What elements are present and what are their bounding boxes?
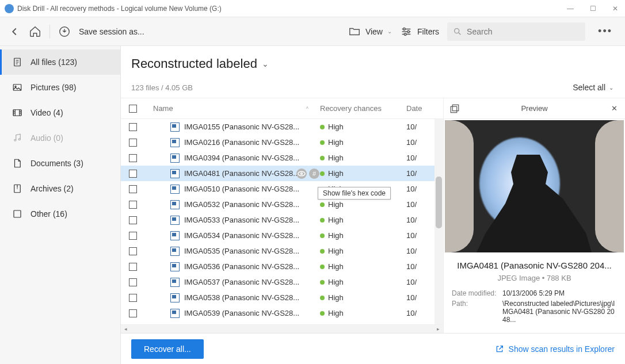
status-dot-icon <box>320 156 325 160</box>
scroll-right-icon[interactable]: ▸ <box>437 326 440 332</box>
date-cell: 10/ <box>406 247 435 255</box>
row-checkbox[interactable] <box>129 154 137 162</box>
scrollbar-thumb[interactable] <box>436 177 442 228</box>
header-checkbox[interactable] <box>129 105 137 113</box>
file-name: IMGA0510 (Panasonic NV-GS28... <box>184 185 299 193</box>
preview-metadata: IMGA0481 (Panasonic NV-GS280 204... JPEG… <box>444 254 625 333</box>
date-cell: 10/ <box>406 185 435 193</box>
date-cell: 10/ <box>406 293 435 302</box>
table-row[interactable]: IMGA0538 (Panasonic NV-GS28...High10/ <box>121 290 443 305</box>
home-button[interactable] <box>29 25 41 38</box>
svg-point-13 <box>298 171 305 176</box>
row-checkbox[interactable] <box>129 278 137 286</box>
column-header-name[interactable]: Name ^ <box>148 104 320 113</box>
row-checkbox[interactable] <box>129 309 137 317</box>
file-list: Name ^ Recovery chances Date IMGA0155 (P… <box>121 98 443 333</box>
status-dot-icon <box>320 311 325 316</box>
file-name: IMGA0534 (Panasonic NV-GS28... <box>184 231 299 240</box>
row-checkbox[interactable] <box>129 170 137 178</box>
close-preview-button[interactable]: ✕ <box>609 104 619 114</box>
show-in-explorer-link[interactable]: Show scan results in Explorer <box>495 344 615 354</box>
close-button[interactable]: ✕ <box>610 5 620 13</box>
file-icon <box>170 262 180 271</box>
file-name: IMGA0533 (Panasonic NV-GS28... <box>184 216 299 224</box>
sidebar-item-pictures[interactable]: Pictures (98) <box>0 75 120 100</box>
recovery-cell: High <box>320 138 406 147</box>
hex-icon[interactable]: # <box>309 168 319 179</box>
table-row[interactable]: IMGA0155 (Panasonic NV-GS28...High10/ <box>121 119 443 135</box>
chevron-down-icon: ⌄ <box>609 85 613 91</box>
date-cell: 10/ <box>406 138 435 147</box>
table-row[interactable]: IMGA0539 (Panasonic NV-GS28...High10/ <box>121 305 443 321</box>
sidebar-item-archives[interactable]: Archives (2) <box>0 176 120 201</box>
popout-icon[interactable] <box>449 104 460 114</box>
table-row[interactable]: IMGA0533 (Panasonic NV-GS28...High10/ <box>121 212 443 228</box>
save-session-icon[interactable] <box>58 25 71 38</box>
recover-all-button[interactable]: Recover all... <box>131 339 204 359</box>
file-icon <box>170 122 180 132</box>
row-checkbox[interactable] <box>129 185 137 193</box>
filters-button[interactable]: Filters <box>400 25 439 38</box>
file-icon <box>170 169 180 178</box>
preview-date-label: Date modified: <box>452 289 502 297</box>
sidebar-item-label: Pictures (98) <box>31 83 76 92</box>
recovery-cell: High <box>320 122 406 131</box>
table-row[interactable]: IMGA0535 (Panasonic NV-GS28...High10/ <box>121 243 443 259</box>
file-icon <box>170 216 180 225</box>
table-row[interactable]: IMGA0394 (Panasonic NV-GS28...High10/ <box>121 150 443 166</box>
svg-point-9 <box>14 139 16 141</box>
recovery-cell: High <box>320 231 406 240</box>
column-header-date[interactable]: Date <box>406 104 435 113</box>
date-cell: 10/ <box>406 231 435 240</box>
file-icon <box>170 231 180 240</box>
select-all-button[interactable]: Select all ⌄ <box>573 83 613 92</box>
save-session-button[interactable]: Save session as... <box>79 27 144 36</box>
table-row[interactable]: IMGA0510 (Panasonic NV-GS28...High10/ <box>121 181 443 197</box>
sidebar-item-label: All files (123) <box>31 58 77 67</box>
sidebar-item-all-files[interactable]: All files (123) <box>0 49 120 75</box>
column-header-recovery[interactable]: Recovery chances <box>320 104 406 113</box>
scroll-left-icon[interactable]: ◂ <box>124 326 127 332</box>
footer: Recover all... Show scan results in Expl… <box>121 333 625 364</box>
row-checkbox[interactable] <box>129 139 137 147</box>
folder-icon <box>348 25 361 38</box>
maximize-button[interactable]: ☐ <box>588 5 599 13</box>
view-dropdown[interactable]: View ⌄ <box>348 25 392 38</box>
more-button[interactable]: ••• <box>593 25 617 37</box>
table-row[interactable]: IMGA0532 (Panasonic NV-GS28...High10/ <box>121 197 443 212</box>
back-button[interactable] <box>8 25 21 38</box>
file-name: IMGA0216 (Panasonic NV-GS28... <box>184 138 299 147</box>
table-row[interactable]: IMGA0534 (Panasonic NV-GS28...High10/ <box>121 228 443 243</box>
table-row[interactable]: IMGA0481 (Panasonic NV-GS28...High10/# <box>121 166 443 181</box>
other-icon <box>12 209 22 219</box>
minimize-button[interactable]: — <box>565 5 576 13</box>
row-checkbox[interactable] <box>129 294 137 302</box>
recovery-cell: High <box>320 262 406 271</box>
search-box[interactable] <box>447 22 585 41</box>
preview-eye-icon[interactable] <box>296 168 307 179</box>
row-checkbox[interactable] <box>129 216 137 224</box>
vertical-scrollbar[interactable] <box>435 119 443 324</box>
row-checkbox[interactable] <box>129 232 137 240</box>
recovery-cell: High <box>320 278 406 286</box>
search-input[interactable] <box>467 27 580 36</box>
row-checkbox[interactable] <box>129 123 137 131</box>
table-row[interactable]: IMGA0536 (Panasonic NV-GS28...High10/ <box>121 259 443 274</box>
row-checkbox[interactable] <box>129 247 137 255</box>
svg-rect-15 <box>452 105 459 111</box>
table-row[interactable]: IMGA0537 (Panasonic NV-GS28...High10/ <box>121 274 443 290</box>
sidebar-item-video[interactable]: Video (4) <box>0 100 120 125</box>
section-title-dropdown[interactable]: Reconstructed labeled ⌄ <box>131 56 269 71</box>
horizontal-scrollbar[interactable]: ◂ ▸ <box>121 324 443 333</box>
sidebar-item-other[interactable]: Other (16) <box>0 201 120 227</box>
row-checkbox[interactable] <box>129 263 137 271</box>
sidebar-item-documents[interactable]: Documents (3) <box>0 151 120 176</box>
sidebar-item-audio[interactable]: Audio (0) <box>0 125 120 151</box>
preview-image <box>445 120 624 252</box>
row-checkbox[interactable] <box>129 201 137 209</box>
recovery-cell: High <box>320 216 406 224</box>
app-icon <box>5 4 14 13</box>
table-row[interactable]: IMGA0216 (Panasonic NV-GS28...High10/ <box>121 135 443 150</box>
recovery-cell: High <box>320 200 406 209</box>
select-all-label: Select all <box>573 83 605 92</box>
